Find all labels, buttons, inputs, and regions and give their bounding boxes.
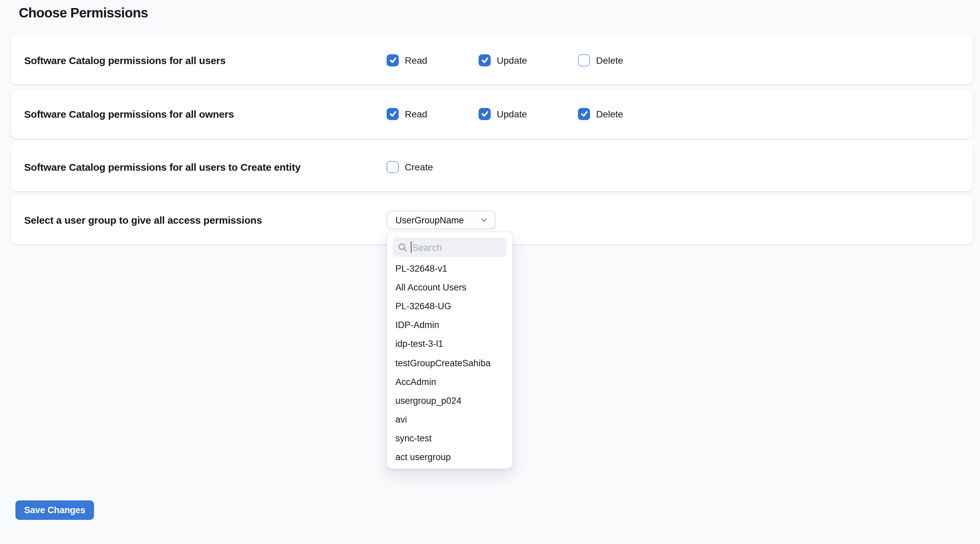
- text-cursor: [411, 241, 412, 253]
- card-label: Software Catalog permissions for all use…: [24, 161, 301, 172]
- checkmark-icon: [480, 56, 489, 64]
- checkbox-label: Update: [497, 55, 527, 65]
- page-title: Choose Permissions: [19, 5, 148, 21]
- dropdown-option[interactable]: act usergroup: [393, 448, 507, 467]
- dropdown-option[interactable]: usergroup_p024: [393, 392, 507, 410]
- checkbox-label: Delete: [596, 108, 623, 119]
- chevron-down-icon: [480, 216, 488, 224]
- checkbox-update[interactable]: Update: [479, 108, 527, 120]
- checkbox-delete[interactable]: Delete: [578, 108, 623, 120]
- card-all-users: Software Catalog permissions for all use…: [11, 36, 973, 84]
- dropdown-option[interactable]: PL-32648-v1: [393, 259, 507, 278]
- checkbox-box[interactable]: [479, 108, 491, 120]
- checkbox-read[interactable]: Read: [387, 108, 427, 120]
- dropdown-option[interactable]: testGroupCreateSahiba: [393, 354, 507, 372]
- dropdown-option[interactable]: PL-32648-UG: [393, 297, 507, 316]
- dropdown-option[interactable]: AccAdmin: [393, 372, 507, 391]
- dropdown-option[interactable]: IDP-Admin: [393, 316, 507, 335]
- checkmark-icon: [388, 109, 397, 118]
- card-create-entity: Software Catalog permissions for all use…: [11, 142, 973, 191]
- checkmark-icon: [580, 109, 588, 118]
- search-icon: [398, 243, 407, 252]
- dropdown-panel: PL-32648-v1 All Account Users PL-32648-U…: [387, 232, 513, 469]
- dropdown-option[interactable]: avi: [393, 410, 507, 429]
- card-label: Software Catalog permissions for all use…: [24, 54, 226, 66]
- checkmark-icon: [480, 109, 489, 118]
- save-changes-button[interactable]: Save Changes: [16, 500, 94, 520]
- checkbox-delete[interactable]: Delete: [578, 54, 623, 66]
- checkbox-label: Create: [405, 161, 433, 172]
- checkbox-box[interactable]: [387, 54, 399, 66]
- card-label: Software Catalog permissions for all own…: [24, 108, 234, 119]
- checkbox-label: Read: [405, 108, 427, 119]
- card-label: Select a user group to give all access p…: [24, 214, 262, 225]
- checkbox-read[interactable]: Read: [387, 54, 427, 66]
- search-input[interactable]: [393, 238, 507, 257]
- checkbox-box[interactable]: [578, 108, 590, 120]
- card-all-owners: Software Catalog permissions for all own…: [11, 89, 973, 138]
- checkbox-box[interactable]: [578, 54, 590, 66]
- checkbox-box[interactable]: [479, 54, 491, 66]
- permissions-page: Choose Permissions Software Catalog perm…: [0, 0, 980, 544]
- checkbox-update[interactable]: Update: [479, 54, 527, 66]
- dropdown-search: [393, 238, 507, 257]
- dropdown-value: UserGroupName: [395, 215, 464, 225]
- checkbox-label: Update: [497, 108, 527, 119]
- user-group-dropdown[interactable]: UserGroupName: [387, 211, 495, 229]
- checkbox-box[interactable]: [387, 161, 399, 173]
- checkbox-create[interactable]: Create: [387, 161, 433, 173]
- checkbox-box[interactable]: [387, 108, 399, 120]
- checkbox-label: Delete: [596, 55, 623, 65]
- checkmark-icon: [388, 56, 397, 64]
- dropdown-options-list: PL-32648-v1 All Account Users PL-32648-U…: [393, 259, 507, 467]
- checkbox-label: Read: [405, 55, 427, 65]
- dropdown-option[interactable]: sync-test: [393, 429, 507, 448]
- dropdown-option[interactable]: idp-test-3-l1: [393, 335, 507, 354]
- dropdown-option[interactable]: All Account Users: [393, 278, 507, 297]
